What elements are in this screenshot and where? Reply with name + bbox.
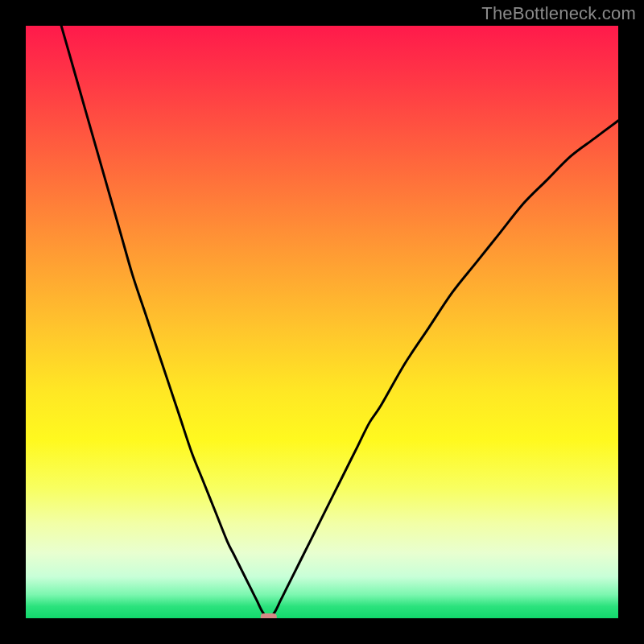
plot-area [26,26,618,618]
watermark-text: TheBottleneck.com [481,3,636,24]
chart-frame: TheBottleneck.com [0,0,644,644]
minimum-marker [261,613,277,618]
curve-layer [26,26,618,618]
bottleneck-curve [61,26,618,618]
